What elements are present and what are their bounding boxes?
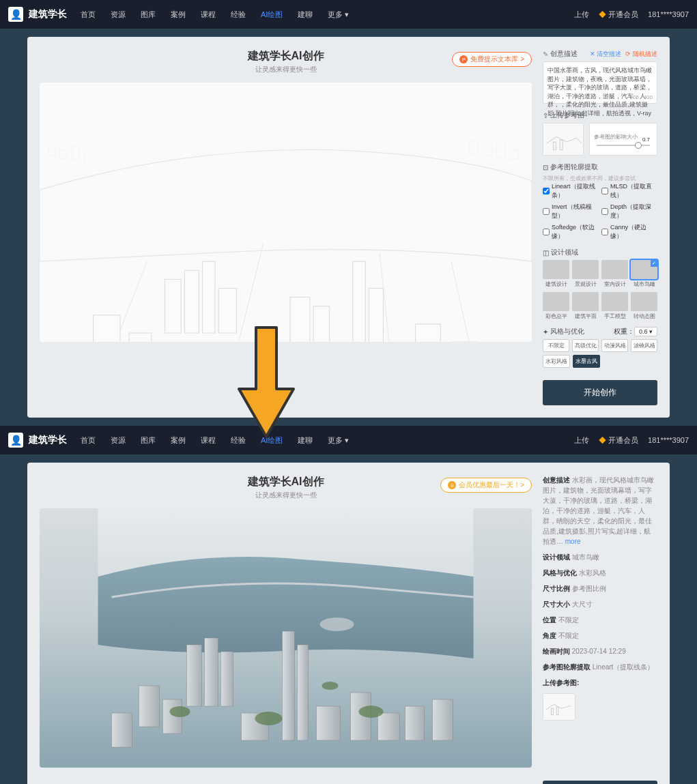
more-link[interactable]: more [565, 538, 581, 545]
svg-rect-3 [203, 261, 215, 333]
pencil-icon: ✎ [543, 50, 548, 58]
nav-item-2[interactable]: 图库 [141, 10, 156, 20]
nav-item-0[interactable]: 首页 [81, 10, 96, 20]
check-1[interactable]: MLSD（提取直线） [601, 182, 657, 200]
nav-item-3[interactable]: 案例 [171, 10, 186, 20]
nav-item-4[interactable]: 课程 [201, 435, 216, 446]
svg-rect-41 [112, 713, 132, 747]
nav-item-1[interactable]: 资源 [111, 435, 126, 446]
upload-link[interactable]: 上传 [574, 435, 589, 446]
svg-rect-28 [187, 645, 202, 706]
style-tag[interactable]: 动漫风格 [601, 339, 628, 352]
nav-item-8[interactable]: 更多 ▾ [328, 10, 349, 20]
result-panel: 建筑学长AI创作 让灵感来得更快一些 ♕ 会员优惠最后一天！> [27, 463, 670, 784]
svg-rect-31 [283, 631, 295, 740]
result-image[interactable] [40, 508, 532, 768]
ref-label: 上传参考图: [543, 679, 579, 686]
reference-canvas [40, 83, 532, 342]
style-thumb-6[interactable] [601, 292, 628, 311]
brand: 建筑学长 [29, 434, 67, 446]
svg-point-42 [170, 706, 190, 717]
weight-select[interactable]: 0.6 ▾ [634, 327, 657, 336]
style-section-title: 风格与优化 [550, 327, 584, 336]
style-tag[interactable]: 不限定 [543, 339, 569, 352]
nav-item-2[interactable]: 图库 [141, 435, 156, 446]
style-thumb-1[interactable] [572, 260, 599, 279]
influence-slider[interactable]: 0.7 [597, 145, 650, 146]
nav-item-3[interactable]: 案例 [171, 435, 186, 446]
svg-rect-8 [369, 289, 383, 342]
svg-rect-6 [313, 306, 330, 342]
check-2[interactable]: Invert（线稿模型） [543, 203, 599, 220]
style-thumb-0[interactable] [543, 260, 569, 279]
style-thumb-7[interactable] [631, 292, 657, 311]
style-tag[interactable]: 高级优化 [572, 339, 599, 352]
nav-item-1[interactable]: 资源 [111, 10, 126, 20]
result-ref-thumbnail[interactable] [543, 693, 575, 721]
creation-panel: 建筑学长AI创作 让灵感来得更快一些 P 免费提示文本库 > [27, 37, 670, 418]
outline-icon: ⊡ [543, 164, 548, 171]
diamond-icon: ◆ [599, 10, 606, 18]
style-tag[interactable]: 滤镜风格 [631, 339, 657, 352]
retry-button[interactable]: 再试一次 [543, 781, 657, 784]
nav-item-6[interactable]: AI绘图 [261, 10, 283, 20]
result-sidebar: 创意描述 水彩画，现代风格城市鸟瞰图片，建筑物，光面玻璃幕墙，写字大厦，干净的玻… [543, 475, 657, 784]
random-prompt-link[interactable]: ⟳ 随机描述 [625, 50, 657, 59]
svg-point-44 [359, 706, 384, 718]
vip-link[interactable]: ◆ 开通会员 [599, 435, 638, 446]
upload-link[interactable]: 上传 [574, 10, 589, 20]
svg-rect-40 [433, 699, 453, 740]
style-icon: ✦ [543, 328, 548, 336]
outline-hint: 不限所有，生成效果不同，建议多尝试 [543, 175, 657, 182]
prompt-library-button[interactable]: P 免费提示文本库 > [452, 52, 532, 67]
nav-item-8[interactable]: 更多 ▾ [328, 435, 349, 446]
logo-icon: 👤 [8, 7, 23, 22]
diamond-icon: ◆ [599, 436, 606, 444]
design-icon: ◫ [543, 249, 549, 257]
influence-slider-box: 参考图的影响大小 0.7 [589, 123, 657, 156]
check-0[interactable]: Lineart（提取线条） [543, 182, 599, 200]
nav-item-5[interactable]: 经验 [231, 10, 246, 20]
svg-rect-33 [139, 686, 160, 727]
start-creation-button[interactable]: 开始创作 [543, 380, 657, 405]
svg-rect-9 [94, 315, 120, 342]
svg-rect-10 [129, 333, 152, 342]
svg-rect-32 [298, 645, 309, 740]
user-phone[interactable]: 181****3907 [648, 436, 689, 444]
prompt-textarea[interactable]: 中国水墨画，古风，现代风格城市鸟瞰图片，建筑物，夜晚，光面玻璃幕墙，写字大厦，干… [543, 61, 657, 104]
nav-item-4[interactable]: 课程 [201, 10, 216, 20]
svg-rect-2 [184, 270, 199, 333]
reference-thumbnail[interactable] [543, 123, 584, 156]
svg-rect-30 [221, 652, 233, 706]
desc-text: 水彩画，现代风格城市鸟瞰图片，建筑物，光面玻璃幕墙，写字大厦，干净的玻璃，道路，… [543, 476, 654, 545]
library-icon: P [459, 55, 468, 63]
navbar-top: 👤 建筑学长 首页资源图库案例课程经验AI绘图建聊更多 ▾ 上传 ◆ 开通会员 … [0, 0, 697, 29]
svg-rect-1 [165, 279, 182, 333]
crown-icon: ♕ [448, 481, 456, 489]
check-5[interactable]: Canny（硬边缘） [601, 223, 657, 241]
style-thumb-4[interactable] [543, 292, 569, 311]
svg-rect-7 [353, 261, 365, 342]
vip-promo-button[interactable]: ♕ 会员优惠最后一天！> [440, 478, 532, 493]
prompt-section-title: 创意描述 [550, 49, 578, 59]
svg-rect-38 [378, 713, 400, 740]
svg-rect-0 [40, 83, 532, 342]
char-counter: 105 / 400 [630, 93, 653, 101]
svg-rect-23 [543, 124, 583, 155]
check-4[interactable]: Softedge（软边缘） [543, 223, 599, 241]
style-thumb-3[interactable] [631, 260, 657, 279]
svg-point-45 [322, 682, 339, 690]
user-phone[interactable]: 181****3907 [648, 10, 689, 18]
nav-item-7[interactable]: 建聊 [298, 10, 313, 20]
style-tag[interactable]: 水墨古风 [573, 355, 600, 368]
nav-item-0[interactable]: 首页 [81, 435, 96, 446]
svg-rect-29 [205, 638, 218, 706]
vip-link[interactable]: ◆ 开通会员 [599, 10, 638, 20]
check-3[interactable]: Depth（提取深度） [601, 203, 657, 220]
style-thumb-5[interactable] [572, 292, 599, 311]
clear-prompt-link[interactable]: ✕ 清空描述 [590, 50, 622, 59]
style-tag[interactable]: 水彩风格 [543, 355, 570, 368]
svg-rect-11 [416, 324, 441, 342]
style-thumb-2[interactable] [601, 260, 628, 279]
navbar-bottom: 👤 建筑学长 首页资源图库案例课程经验AI绘图建聊更多 ▾ 上传 ◆ 开通会员 … [0, 426, 697, 454]
